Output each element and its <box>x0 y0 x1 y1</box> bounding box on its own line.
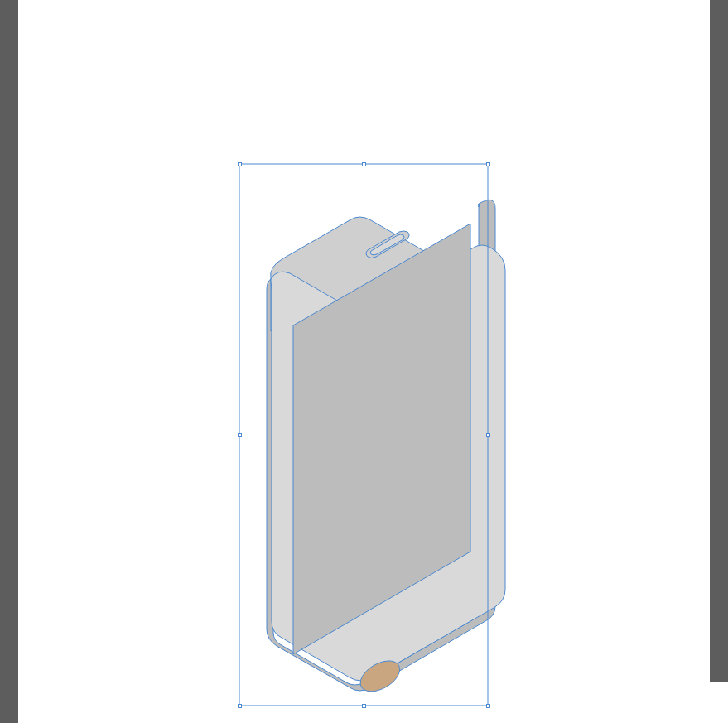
selection-handle-nw[interactable] <box>238 162 242 166</box>
selection-handle-ne[interactable] <box>486 162 490 166</box>
selection-handle-se[interactable] <box>486 704 490 708</box>
selection-handle-w[interactable] <box>238 433 242 437</box>
selection-handle-s[interactable] <box>362 704 366 708</box>
selection-handle-sw[interactable] <box>238 704 242 708</box>
canvas[interactable] <box>18 0 710 723</box>
selection-handle-e[interactable] <box>486 433 490 437</box>
selection-handle-n[interactable] <box>362 162 366 166</box>
artboard-corner <box>710 682 728 723</box>
